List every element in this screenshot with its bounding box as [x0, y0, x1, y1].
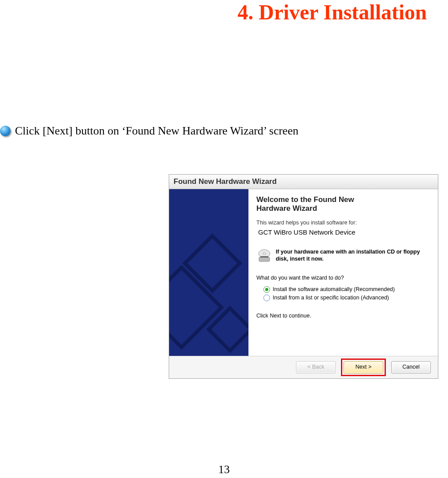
wizard-content: Welcome to the Found New Hardware Wizard…	[248, 189, 438, 356]
next-button-highlight: Next >	[341, 358, 386, 376]
wizard-window: Found New Hardware Wizard Welcome to the…	[169, 174, 438, 379]
bullet-icon	[0, 126, 11, 136]
cd-hint-row: If your hardware came with an installati…	[256, 248, 431, 264]
svg-rect-2	[259, 257, 270, 261]
instruction-text: Click [Next] button on ‘Found New Hardwa…	[15, 124, 298, 138]
cancel-button[interactable]: Cancel	[391, 361, 431, 373]
device-name: GCT WiBro USB Network Device	[258, 228, 431, 236]
radio-icon	[263, 295, 270, 301]
radio-icon	[263, 286, 270, 293]
radio-label: Install the software automatically (Reco…	[273, 286, 395, 292]
radio-option-auto[interactable]: Install the software automatically (Reco…	[263, 286, 431, 293]
instruction-row: Click [Next] button on ‘Found New Hardwa…	[0, 124, 298, 138]
window-title: Found New Hardware Wizard	[174, 177, 277, 186]
welcome-heading: Welcome to the Found New Hardware Wizard	[256, 195, 431, 213]
window-titlebar: Found New Hardware Wizard	[169, 175, 438, 189]
cd-hint-text: If your hardware came with an installati…	[276, 248, 431, 263]
page-number: 13	[0, 463, 448, 476]
welcome-line-1: Welcome to the Found New	[256, 195, 354, 204]
click-next-text: Click Next to continue.	[256, 313, 431, 319]
radio-label: Install from a list or specific location…	[273, 295, 389, 301]
helps-text: This wizard helps you install software f…	[256, 220, 431, 226]
wizard-question: What do you want the wizard to do?	[256, 275, 431, 281]
svg-point-1	[263, 253, 266, 254]
cd-disk-icon	[256, 248, 272, 264]
wizard-side-art	[169, 189, 248, 356]
document-page: 4. Driver Installation Click [Next] butt…	[0, 0, 448, 478]
wizard-body: Welcome to the Found New Hardware Wizard…	[169, 189, 438, 356]
welcome-line-2: Hardware Wizard	[256, 204, 317, 213]
back-button: < Back	[296, 361, 336, 373]
radio-option-advanced[interactable]: Install from a list or specific location…	[263, 295, 431, 301]
wizard-button-row: < Back Next > Cancel	[169, 356, 438, 378]
section-heading: 4. Driver Installation	[237, 0, 427, 24]
svg-rect-3	[260, 256, 268, 258]
next-button[interactable]: Next >	[344, 361, 383, 373]
